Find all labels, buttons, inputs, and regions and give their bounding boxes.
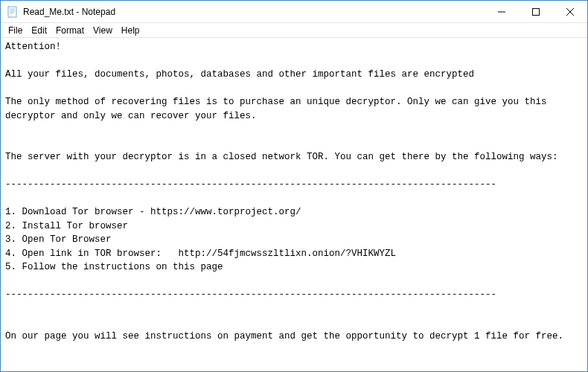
menu-help[interactable]: Help [117, 25, 144, 36]
notepad-window: Read_Me.txt - Notepad File Edit Format V… [0, 0, 588, 372]
minimize-button[interactable] [485, 1, 519, 22]
maximize-button[interactable] [519, 1, 553, 22]
menu-file[interactable]: File [4, 25, 27, 36]
close-button[interactable] [553, 1, 587, 22]
menu-view[interactable]: View [89, 25, 117, 36]
titlebar[interactable]: Read_Me.txt - Notepad [1, 1, 587, 23]
window-title: Read_Me.txt - Notepad [23, 7, 485, 17]
menu-format[interactable]: Format [51, 25, 89, 36]
notepad-icon [7, 6, 19, 18]
menu-edit[interactable]: Edit [27, 25, 51, 36]
text-area[interactable]: Attention! All your files, documents, ph… [1, 38, 587, 371]
svg-rect-6 [533, 8, 540, 15]
menubar: File Edit Format View Help [1, 23, 587, 38]
window-controls [485, 1, 587, 22]
